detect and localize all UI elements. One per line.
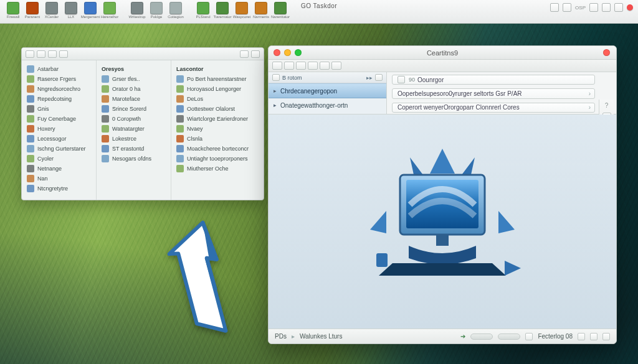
panel-item[interactable]: Ntcngretytre [27,184,91,194]
help-icon[interactable]: ? [605,102,609,109]
tray-box-icon[interactable] [550,3,559,12]
panel-item[interactable]: Nan [27,174,91,184]
app-label: XCerder [45,15,59,19]
dock-app[interactable]: XCerder [42,2,61,19]
dock-app[interactable]: Firewall [4,2,22,19]
panel-item[interactable]: ST erastontd [102,144,166,154]
item-icon [27,135,34,142]
panel-item[interactable]: Cyoler [27,154,91,164]
status-box-icon[interactable] [525,333,533,340]
panel-tool-icon[interactable] [48,50,57,58]
panel-item[interactable]: Srince Sorerd [102,104,166,114]
status-box-icon[interactable] [578,333,585,340]
toolbar-button[interactable] [284,62,294,70]
panel-item[interactable]: Nvaey [176,124,259,134]
panel-item[interactable]: Repedcotsing [27,94,91,104]
option-field[interactable]: Ooperbelsupesoro0yrurger seltorts Gsr P/… [392,88,595,98]
panel-item[interactable]: Po Bert hareenstarstner [176,74,259,84]
toolbar-button[interactable] [331,62,341,70]
item-icon [176,115,184,123]
panel-item[interactable]: Astarbar [27,64,91,74]
toolbar-button[interactable] [320,62,330,70]
panel-item[interactable]: Netnange [27,164,91,174]
status-box-icon[interactable] [590,333,598,340]
panel-item[interactable]: Wiartclorge Earierdroner [176,114,259,124]
option-field[interactable]: Coperort wenyerOrorgoparr Clonnrerl Core… [392,103,595,113]
chevron-right-icon: › [589,104,591,111]
close-icon[interactable] [603,49,610,56]
close-icon[interactable] [274,49,280,56]
dock-app[interactable]: Narments [252,2,270,19]
dock-app[interactable]: LLX [62,2,80,19]
panel-item[interactable]: Gnis [27,104,91,114]
app-icon [7,2,19,14]
panel-item[interactable]: Watnatargter [102,124,166,134]
source-list-item[interactable]: ▸ Onategewatthonger-ortn [269,98,386,112]
toolbar-button[interactable] [308,62,318,70]
panel-item[interactable]: Untiaghr tooeprorponers [176,154,259,164]
tray-box-icon[interactable] [614,3,623,12]
panel-item[interactable]: 0 Coropwth [102,114,166,124]
toolbar-button[interactable] [272,62,282,70]
tray-record-icon[interactable] [627,4,633,11]
source-list-item-selected[interactable]: ▸ Chrdecanegergopon [269,83,386,98]
item-label: Fuy Cenerbage [37,116,76,122]
dock-app[interactable]: Paranent [23,2,42,19]
panel-item[interactable]: Horoyasod Lengorger [176,84,259,94]
dock-app[interactable]: Tiarernator [213,2,232,19]
item-icon [27,125,34,133]
dock-app[interactable]: Waspcoret [232,2,251,19]
app-label: Narments [253,15,269,19]
panel-item[interactable]: Raserce Frgers [27,74,91,84]
panel-item[interactable]: Orator 0 ha [102,84,166,94]
status-box-icon[interactable] [602,333,610,340]
panel-tool-icon[interactable] [26,50,34,58]
dock-app[interactable]: Mergement [81,2,100,19]
dock-app[interactable]: Writestrop [128,2,146,19]
minimize-icon[interactable] [284,49,291,56]
panel-item[interactable]: Hoxery [27,124,91,134]
app-label: Tiarernator [213,15,231,19]
panel-tool-icon[interactable] [240,50,249,58]
disclosure-icon[interactable]: ▸ [274,102,277,108]
panel-item[interactable]: Nngredsorcechro [27,84,91,94]
panel-item[interactable]: Lecessogor [27,134,91,144]
path-field[interactable]: 90 Oounrgor [392,75,595,85]
app-icon [103,2,116,14]
panel-item[interactable]: Fuy Cenerbage [27,114,91,124]
panel-item[interactable]: Ischng Gurterstarer [27,144,91,154]
list-toggle-icon[interactable] [375,74,383,81]
item-label: Astarbar [37,66,59,72]
item-label: Repedcotsing [37,96,72,102]
panel-item[interactable]: Maroteface [102,94,166,104]
dock-app[interactable]: Cottegion [166,2,185,19]
item-icon [102,135,109,142]
tray-box-icon[interactable] [563,3,571,12]
panel-tool-icon[interactable] [251,50,260,58]
dock-app[interactable]: Harerathor [100,2,119,19]
item-icon [176,85,184,93]
dock-app[interactable]: Poldge [147,2,166,19]
panel-item[interactable]: Grser tfes.. [102,74,166,84]
toolbar-button[interactable] [296,62,306,70]
panel-item[interactable]: Oottestwer Olalorst [176,104,259,114]
tray-box-icon[interactable] [602,3,611,12]
item-label: Nesogars ofdns [112,156,151,162]
panel-tool-icon[interactable] [37,50,45,58]
item-icon [102,85,109,93]
disclosure-icon[interactable]: ▸ [274,88,277,94]
dock-app[interactable]: PLStand [194,2,212,19]
zoom-icon[interactable] [295,49,302,56]
panel-item[interactable]: Miutherser Oche [176,164,259,174]
window-titlebar[interactable]: Ceartitns9 [269,46,616,60]
panel-item[interactable]: Nesogars ofdns [102,154,166,164]
panel-item[interactable]: DeLos [176,94,259,104]
dock-app[interactable]: Narenttator [271,2,290,19]
panel-item[interactable]: Lokestrce [102,134,166,144]
panel-tool-icon[interactable] [59,50,68,58]
item-label: Miutherser Oche [187,166,229,172]
panel-item[interactable]: Moackcheree borteconcr [176,144,259,154]
tray-box-icon[interactable] [589,3,598,12]
panel-item[interactable]: Clsnla [176,134,259,144]
list-toggle-icon[interactable] [272,74,280,81]
